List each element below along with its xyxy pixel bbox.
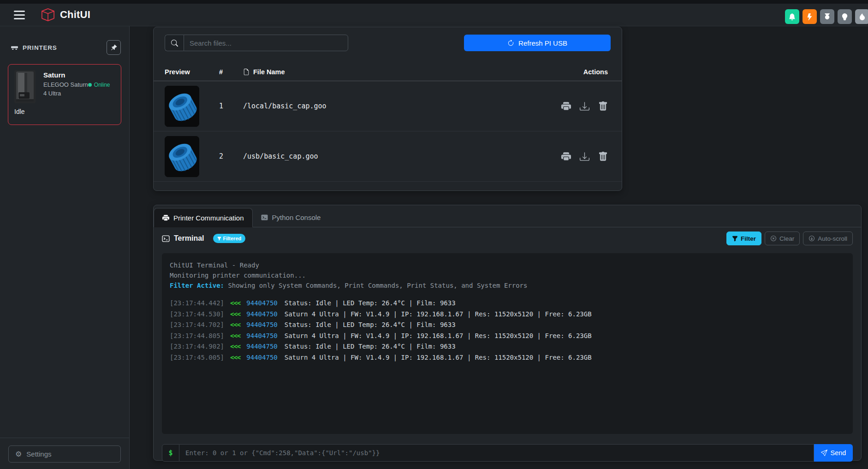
auto-scroll-button[interactable]: Auto-scroll: [803, 232, 853, 245]
log-code: 94404750: [246, 343, 277, 350]
topbar: ChitUI: [0, 4, 868, 26]
terminal-banner-line: Monitoring printer communication...: [170, 270, 845, 280]
terminal-command-input[interactable]: [179, 444, 814, 462]
hamburger-menu-icon[interactable]: [14, 8, 30, 22]
printers-header: PRINTERS: [0, 26, 129, 55]
app-logo: ChitUI: [42, 8, 90, 21]
column-preview: Preview: [165, 68, 219, 76]
terminal-output[interactable]: ChitUI Terminal - Ready Monitoring print…: [162, 253, 853, 434]
send-icon: [821, 450, 827, 456]
send-button-label: Send: [831, 449, 846, 457]
log-timestamp: [23:17:45.005]: [170, 354, 224, 361]
clear-button[interactable]: Clear: [765, 232, 800, 245]
download-file-button[interactable]: [580, 152, 589, 161]
gear-icon: ⚙: [15, 451, 22, 458]
log-message: Status: Idle | LED Temp: 26.4°C | Film: …: [285, 321, 456, 328]
log-message: Status: Idle | LED Temp: 26.4°C | Film: …: [285, 299, 456, 307]
main-content: Refresh PI USB Preview # File Name Actio…: [130, 26, 868, 469]
tab-printer-communication-label: Printer Communication: [173, 214, 244, 222]
print-file-button[interactable]: [561, 101, 571, 111]
terminal-toolbar: Terminal Filtered Filter Clear: [154, 227, 861, 249]
console-tabs: Printer Communication Python Console: [154, 205, 861, 227]
files-card: Refresh PI USB Preview # File Name Actio…: [153, 27, 622, 191]
file-search-group: [165, 35, 348, 51]
trash-icon: [598, 101, 608, 111]
power-supply-button[interactable]: [803, 9, 817, 24]
log-code: 94404750: [246, 310, 277, 318]
tab-printer-communication[interactable]: Printer Communication: [154, 208, 253, 227]
terminal-log: [23:17:44.442]<<<94404750Status: Idle | …: [170, 298, 845, 363]
tab-python-console[interactable]: Python Console: [253, 208, 329, 227]
window-top-strip: [0, 0, 868, 4]
prompt-dollar-icon: $: [162, 444, 179, 462]
power-icon: [824, 13, 831, 20]
file-icon: [243, 69, 250, 75]
printer-card-saturn[interactable]: Saturn ELEGOO Saturn Online 4 Ultra Idle: [8, 64, 121, 125]
shutdown-button[interactable]: [820, 9, 834, 24]
log-direction: <<<: [230, 354, 240, 361]
arrow-down-circle-icon: [809, 235, 815, 242]
log-timestamp: [23:17:44.902]: [170, 343, 224, 350]
printer-model-line1: ELEGOO Saturn: [43, 81, 88, 88]
sidebar: PRINTERS Saturn ELEGOO Saturn Online: [0, 26, 130, 469]
app-title: ChitUI: [60, 9, 90, 21]
tab-python-console-label: Python Console: [272, 214, 321, 221]
trash-icon: [598, 152, 608, 161]
notifications-button[interactable]: [785, 9, 799, 24]
pin-sidebar-button[interactable]: [107, 40, 121, 55]
log-direction: <<<: [230, 310, 240, 318]
box-logo-icon: [42, 8, 54, 21]
files-table: Preview # File Name Actions 1 /local/bas…: [154, 63, 622, 182]
log-direction: <<<: [230, 332, 240, 339]
x-circle-icon: [770, 235, 777, 242]
droplet-icon: [859, 13, 866, 20]
send-button[interactable]: Send: [814, 444, 853, 462]
printer-icon: [561, 152, 571, 161]
filter-active-label: Filter Active:: [170, 282, 224, 289]
log-message: Saturn 4 Ultra | FW: V1.4.9 | IP: 192.16…: [285, 332, 592, 339]
printer-model-line2: 4 Ultra: [43, 90, 110, 97]
refresh-icon: [507, 40, 514, 47]
file-row[interactable]: 1 /local/basic_cap.goo: [154, 81, 622, 131]
printer-icon: [561, 101, 571, 111]
log-timestamp: [23:17:44.702]: [170, 321, 224, 328]
light-button[interactable]: [838, 9, 852, 24]
terminal-banner-line: ChitUI Terminal - Ready: [170, 260, 845, 270]
printer-icon: [162, 214, 169, 221]
file-preview-thumbnail: [165, 136, 199, 177]
column-actions: Actions: [541, 68, 611, 76]
printer-name: Saturn: [43, 71, 110, 79]
terminal-log-line: [23:17:44.902]<<<94404750Status: Idle | …: [170, 341, 845, 352]
log-direction: <<<: [230, 343, 240, 350]
log-message: Saturn 4 Ultra | FW: V1.4.9 | IP: 192.16…: [285, 310, 592, 318]
pin-icon: [111, 44, 117, 51]
log-direction: <<<: [230, 299, 240, 307]
file-actions: [541, 101, 611, 111]
column-file-name: File Name: [253, 68, 285, 76]
printers-icon: [11, 44, 18, 52]
log-message: Status: Idle | LED Temp: 26.4°C | Film: …: [285, 343, 456, 350]
log-timestamp: [23:17:44.442]: [170, 299, 224, 307]
filter-button[interactable]: Filter: [726, 232, 761, 245]
filter-button-label: Filter: [741, 235, 756, 242]
terminal-log-line: [23:17:44.530]<<<94404750Saturn 4 Ultra …: [170, 309, 845, 320]
settings-button[interactable]: ⚙ Settings: [8, 445, 121, 463]
search-files-input[interactable]: [184, 35, 348, 51]
terminal-input-row: $ Send: [162, 444, 853, 462]
sidebar-footer: ⚙ Settings: [0, 438, 129, 469]
print-file-button[interactable]: [561, 152, 571, 161]
log-code: 94404750: [246, 299, 277, 307]
delete-file-button[interactable]: [598, 101, 608, 111]
download-icon: [580, 101, 589, 111]
download-file-button[interactable]: [580, 101, 589, 111]
lightning-icon: [806, 13, 813, 20]
chitui-app: ChitUI PRINTERS: [0, 0, 868, 469]
terminal-title: Terminal Filtered: [162, 234, 245, 243]
file-row[interactable]: 2 /usb/basic_cap.goo: [154, 131, 622, 182]
drain-button[interactable]: [855, 9, 868, 24]
printer-card-info: Saturn ELEGOO Saturn Online 4 Ultra: [43, 70, 110, 103]
refresh-pi-usb-button[interactable]: Refresh PI USB: [464, 35, 611, 51]
printer-photo: [14, 70, 36, 103]
log-code: 94404750: [246, 332, 277, 339]
delete-file-button[interactable]: [598, 152, 608, 161]
